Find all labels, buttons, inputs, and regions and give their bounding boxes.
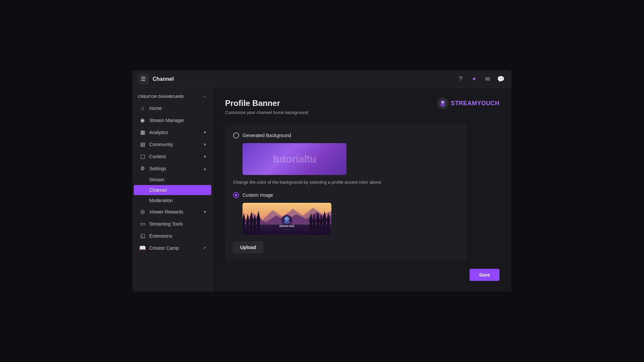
options-card: Generated Background tutorialtu Change t… <box>225 124 467 261</box>
svg-rect-19 <box>313 222 315 235</box>
community-icon: ▤ <box>139 141 146 147</box>
menu-button[interactable]: ☰ <box>138 74 149 84</box>
custom-image-radio-row: Custom Image <box>233 192 459 198</box>
home-icon: ⌂ <box>139 105 146 111</box>
chevron-down-icon: ▾ <box>204 142 206 147</box>
sidebar-item-settings[interactable]: ⚙ Settings ▴ <box>134 163 211 174</box>
page-subtitle: Customize your channel home background <box>225 110 499 115</box>
sidebar-collapse-button[interactable]: ← <box>203 94 207 99</box>
hamburger-icon: ☰ <box>141 76 146 82</box>
svg-point-2 <box>441 104 445 107</box>
svg-rect-15 <box>257 220 260 235</box>
sidebar-section-label: CREATOR DASHBOARD <box>138 95 184 99</box>
spark-icon: ✦ <box>472 75 477 83</box>
sidebar-item-extensions[interactable]: ◱ Extensions <box>134 230 211 242</box>
sidebar-item-label: Viewer Rewards <box>149 209 183 215</box>
sidebar-item-content[interactable]: ▢ Content ▾ <box>134 150 211 162</box>
hint-text: Change the color of the background by se… <box>233 180 459 185</box>
sidebar-item-label: Settings <box>149 166 166 171</box>
svg-rect-23 <box>320 222 322 235</box>
save-button[interactable]: Save <box>470 269 499 281</box>
external-link-icon: ↗ <box>203 246 206 250</box>
help-icon: ? <box>459 75 462 82</box>
svg-point-31 <box>283 221 290 224</box>
sidebar-sub-item-stream[interactable]: Stream <box>134 175 211 185</box>
custom-image-preview: DESIGN HUB — — — <box>243 203 331 235</box>
svg-rect-17 <box>310 221 312 235</box>
extensions-icon: ◱ <box>139 233 146 239</box>
viewer-rewards-icon: ◎ <box>139 208 146 215</box>
sidebar-item-viewer-rewards[interactable]: ◎ Viewer Rewards ▾ <box>134 206 211 218</box>
topbar: ☰ Channel ? ✦ ✉ 💬 <box>132 70 512 88</box>
landscape-image: DESIGN HUB — — — <box>243 203 331 235</box>
topbar-title: Channel <box>153 76 174 82</box>
svg-text:— — —: — — — <box>284 228 289 230</box>
sidebar-sub-label: Channel <box>149 187 167 193</box>
main-content: STREAMYOUCH Profile Banner Customize you… <box>213 88 512 292</box>
chevron-up-icon: ▴ <box>204 166 206 171</box>
generated-background-label: Generated Background <box>243 133 291 138</box>
upload-button[interactable]: Upload <box>233 242 263 253</box>
sidebar-item-label: Stream Manager <box>149 118 184 123</box>
topbar-icons: ? ✦ ✉ 💬 <box>455 74 506 84</box>
sidebar-item-label: Community <box>149 142 173 147</box>
sidebar-item-label: Home <box>149 106 162 111</box>
help-button[interactable]: ? <box>455 74 466 84</box>
generated-background-radio[interactable] <box>233 132 239 138</box>
sidebar-item-analytics[interactable]: ▦ Analytics ▾ <box>134 126 211 138</box>
brand-logo-icon <box>439 100 446 107</box>
custom-image-radio[interactable] <box>233 192 239 198</box>
sidebar-item-label: Content <box>149 154 166 159</box>
svg-point-30 <box>284 217 289 221</box>
content-icon: ▢ <box>139 153 146 160</box>
generated-background-preview: tutorialtu <box>243 143 346 175</box>
brand-logo: STREAMYOUCH <box>437 97 499 109</box>
svg-rect-25 <box>323 220 326 235</box>
generated-background-radio-row: Generated Background <box>233 132 459 138</box>
streaming-tools-icon: ▭ <box>139 221 146 227</box>
chevron-down-icon: ▾ <box>204 209 206 214</box>
sidebar-sub-item-channel[interactable]: Channel <box>134 185 211 195</box>
brand-logo-circle <box>437 97 449 109</box>
sidebar-item-label: Streaming Tools <box>149 221 183 227</box>
brand-logo-text-main: STREAMYOUCH <box>451 100 499 107</box>
brand-logo-text: STREAMYOUCH <box>451 100 499 107</box>
sidebar-item-stream-manager[interactable]: ◉ Stream Manager <box>134 114 211 126</box>
chevron-down-icon: ▾ <box>204 154 206 159</box>
svg-rect-9 <box>247 222 249 235</box>
sidebar-item-creator-camp[interactable]: 📖 Creator Camp ↗ <box>134 242 211 254</box>
chevron-down-icon: ▾ <box>204 130 206 135</box>
sidebar-item-label: Extensions <box>149 233 172 239</box>
svg-text:DESIGN HUB: DESIGN HUB <box>279 225 294 227</box>
chat-icon: 💬 <box>497 75 504 83</box>
topbar-left: ☰ Channel <box>138 74 455 84</box>
svg-rect-27 <box>327 221 330 235</box>
settings-icon: ⚙ <box>139 165 146 172</box>
mail-button[interactable]: ✉ <box>482 74 493 84</box>
mail-icon: ✉ <box>485 75 490 83</box>
sidebar-item-community[interactable]: ▤ Community ▾ <box>134 138 211 150</box>
stream-manager-icon: ◉ <box>139 117 146 123</box>
sidebar-section-header: CREATOR DASHBOARD ← <box>132 92 213 101</box>
svg-rect-21 <box>316 221 319 235</box>
svg-point-1 <box>441 101 444 104</box>
custom-image-label: Custom Image <box>243 192 273 198</box>
svg-rect-13 <box>254 222 256 235</box>
sidebar-sub-label: Moderation <box>149 198 173 203</box>
sidebar-sub-item-moderation[interactable]: Moderation <box>134 195 211 205</box>
sidebar-item-label: Analytics <box>149 130 168 135</box>
sidebar-item-streaming-tools[interactable]: ▭ Streaming Tools <box>134 218 211 230</box>
analytics-icon: ▦ <box>139 129 146 135</box>
generated-preview-text: tutorialtu <box>273 153 316 165</box>
sidebar: CREATOR DASHBOARD ← ⌂ Home ◉ Stream Mana… <box>132 88 213 292</box>
creator-camp-icon: 📖 <box>139 245 146 251</box>
chat-button[interactable]: 💬 <box>495 74 506 84</box>
sidebar-item-home[interactable]: ⌂ Home <box>134 103 211 114</box>
svg-rect-11 <box>250 221 253 235</box>
svg-rect-7 <box>243 221 245 235</box>
sidebar-sub-label: Stream <box>149 177 164 182</box>
body-area: CREATOR DASHBOARD ← ⌂ Home ◉ Stream Mana… <box>132 88 512 292</box>
sidebar-item-label: Creator Camp <box>149 245 179 251</box>
spark-button[interactable]: ✦ <box>469 74 479 84</box>
